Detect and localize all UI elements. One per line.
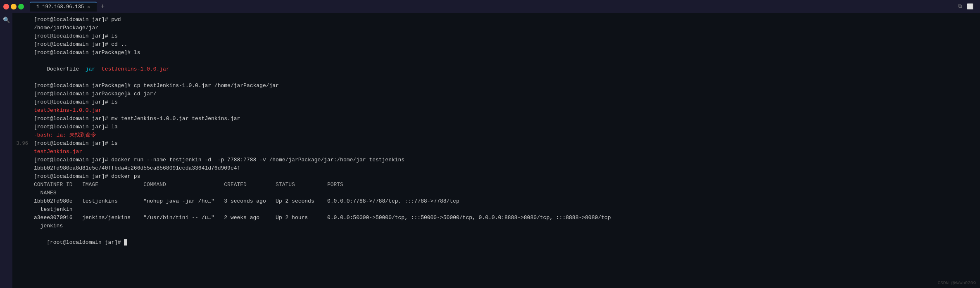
table-row-1-name: testjenkin bbox=[34, 205, 977, 214]
line-9: [root@localdomain jar]# ls bbox=[34, 98, 977, 106]
final-prompt: [root@localdomain jar]# bbox=[47, 239, 124, 246]
line-1: [root@localdomain jar]# pwd bbox=[34, 16, 977, 24]
line-2: /home/jarPackage/jar bbox=[34, 24, 977, 32]
line-number-396: 3.96 bbox=[12, 139, 28, 148]
line-14: [root@localdomain jar]# ls bbox=[34, 139, 977, 148]
line-17: 1bbb02fd980ea8d81e5c740ffbda4c266d55ca85… bbox=[34, 164, 977, 172]
line-4: [root@localdomain jar]# cd .. bbox=[34, 40, 977, 49]
restore-icon[interactable]: ⧉ bbox=[958, 3, 962, 10]
new-tab-button[interactable]: + bbox=[101, 3, 105, 10]
tab-close-icon[interactable]: ✕ bbox=[87, 4, 90, 9]
line-3: [root@localdomain jar]# ls bbox=[34, 32, 977, 40]
cursor bbox=[124, 239, 127, 246]
status-up-seconds: Up 2 seconds bbox=[276, 198, 314, 204]
line-10: testJenkins-1.0.0.jar bbox=[34, 106, 977, 115]
line-6: Dockerfile jar testJenkins-1.0.0.jar bbox=[34, 57, 977, 82]
active-tab[interactable]: 1 192.168.96.135 ✕ bbox=[30, 2, 97, 12]
line-8: [root@localdomain jarPackage]# cd jar/ bbox=[34, 90, 977, 98]
table-names-header: NAMES bbox=[34, 189, 977, 197]
final-prompt-line: [root@localdomain jar]# bbox=[34, 230, 977, 255]
line-7: [root@localdomain jarPackage]# cp testJe… bbox=[34, 82, 977, 90]
expand-icon[interactable]: ⬜ bbox=[967, 3, 973, 10]
line-16: [root@localdomain jar]# docker run --nam… bbox=[34, 156, 977, 164]
maximize-button[interactable] bbox=[18, 4, 24, 9]
tab-label: 1 192.168.96.135 bbox=[36, 4, 84, 10]
table-row-2: a3eee3070916 jenkins/jenkins "/usr/bin/t… bbox=[34, 214, 977, 222]
line-15: testJenkins.jar bbox=[34, 148, 977, 156]
line-18: [root@localdomain jar]# docker ps bbox=[34, 172, 977, 181]
title-bar: 1 192.168.96.135 ✕ + ⧉ ⬜ bbox=[0, 0, 980, 13]
table-header: CONTAINER ID IMAGE COMMAND CREATED STATU… bbox=[34, 181, 977, 189]
terminal[interactable]: [root@localdomain jar]# pwd /home/jarPac… bbox=[31, 13, 980, 288]
sidebar: 🔍 bbox=[0, 13, 12, 288]
search-icon[interactable]: 🔍 bbox=[3, 17, 10, 24]
line-13: -bash: la: 未找到命令 bbox=[34, 131, 977, 139]
line-12: [root@localdomain jar]# la bbox=[34, 123, 977, 131]
line-11: [root@localdomain jar]# mv testJenkins-1… bbox=[34, 115, 977, 123]
line-numbers: 3.96 bbox=[12, 13, 31, 288]
close-button[interactable] bbox=[3, 4, 9, 9]
watermark: CSDN @WWWh0209 bbox=[938, 281, 976, 286]
table-row-1: 1bbb02fd980e testjenkins "nohup java -ja… bbox=[34, 197, 977, 205]
line-5: [root@localdomain jarPackage]# ls bbox=[34, 49, 977, 57]
status-up-hours: Up 2 hours bbox=[276, 215, 308, 221]
window-controls[interactable] bbox=[3, 4, 24, 9]
table-row-2-name: jenkins bbox=[34, 222, 977, 230]
minimize-button[interactable] bbox=[11, 4, 17, 9]
